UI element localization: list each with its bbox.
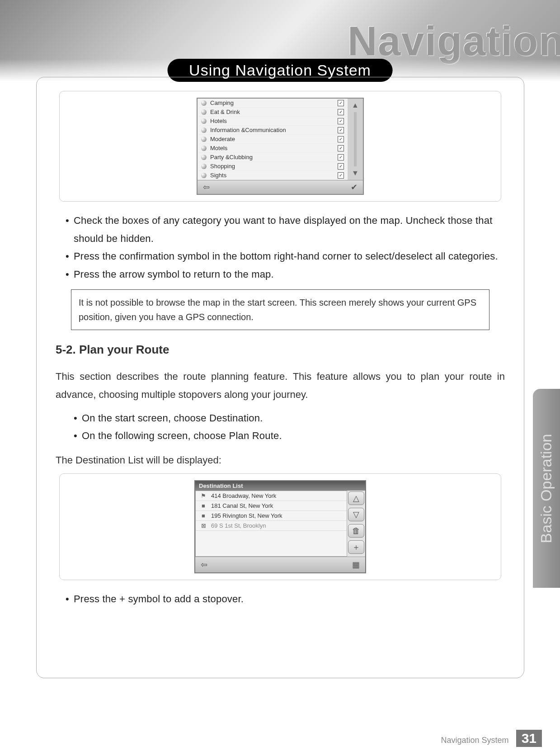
scroll-up-icon[interactable]: ▲: [349, 100, 361, 110]
category-label: Motels: [210, 145, 338, 151]
bullet-item: On the start screen, choose Destination.: [74, 409, 505, 427]
side-tab-label: Basic Operation: [538, 434, 555, 543]
page-number: 31: [516, 730, 542, 747]
category-dot-icon: [201, 118, 207, 124]
destination-flag-icon: [199, 522, 207, 529]
destination-bottom-bar: ⇦ ▦: [195, 557, 365, 572]
category-checkbox[interactable]: ✓: [338, 100, 344, 106]
category-label: Eat & Drink: [210, 109, 338, 115]
categories-bottom-bar: ⇦ ✔: [198, 180, 363, 194]
bullet-item: Press the arrow symbol to return to the …: [66, 265, 505, 284]
category-row[interactable]: Motels✓: [198, 144, 348, 153]
category-dot-icon: [201, 164, 207, 169]
scroll-down-icon[interactable]: ▼: [349, 168, 361, 178]
category-checkbox[interactable]: ✓: [338, 136, 344, 142]
destination-row[interactable]: 69 S 1st St, Brooklyn: [196, 521, 347, 531]
destination-list-title: Destination List: [195, 481, 365, 491]
sub-bullets: On the start screen, choose Destination.…: [74, 409, 505, 445]
back-arrow-icon[interactable]: ⇦: [203, 182, 210, 192]
category-dot-icon: [201, 100, 207, 106]
destination-side-buttons: △ ▽ 🗑 ＋: [347, 491, 365, 557]
destination-text: 69 S 1st St, Brooklyn: [211, 522, 266, 529]
category-dot-icon: [201, 155, 207, 160]
confirm-check-icon[interactable]: ✔: [351, 182, 358, 192]
bullet-item: Press the confirmation symbol in the bot…: [66, 247, 505, 265]
category-checkbox[interactable]: ✓: [338, 154, 344, 161]
category-checkbox[interactable]: ✓: [338, 145, 344, 151]
destination-text: 181 Canal St, New York: [211, 502, 273, 509]
category-checkbox[interactable]: ✓: [338, 109, 344, 115]
note-box: It is not possible to browse the map in …: [71, 289, 489, 330]
destination-row[interactable]: 414 Broadway, New York: [196, 491, 347, 501]
bottom-bullets: Press the + symbol to add a stopover.: [66, 590, 505, 608]
category-dot-icon: [201, 146, 207, 151]
category-row[interactable]: Information &Communication✓: [198, 126, 348, 135]
category-row[interactable]: Eat & Drink✓: [198, 108, 348, 117]
bullet-item: On the following screen, choose Plan Rou…: [74, 427, 505, 445]
category-label: Moderate: [210, 136, 338, 142]
calculate-route-icon[interactable]: ▦: [352, 560, 360, 570]
category-checkbox[interactable]: ✓: [338, 118, 344, 124]
categories-device-screen: Camping✓Eat & Drink✓Hotels✓Information &…: [197, 98, 364, 195]
category-row[interactable]: Shopping✓: [198, 162, 348, 171]
category-checkbox[interactable]: ✓: [338, 172, 344, 179]
categories-list: Camping✓Eat & Drink✓Hotels✓Information &…: [198, 99, 348, 180]
category-checkbox[interactable]: ✓: [338, 163, 344, 170]
destination-flag-icon: [199, 502, 207, 509]
category-checkbox[interactable]: ✓: [338, 127, 344, 133]
category-dot-icon: [201, 128, 207, 133]
bullet-item: Check the boxes of any category you want…: [66, 212, 505, 247]
category-row[interactable]: Party &Clubbing✓: [198, 153, 348, 162]
category-row[interactable]: Moderate✓: [198, 135, 348, 144]
footer: Navigation System 31: [441, 730, 542, 747]
add-stopover-button[interactable]: ＋: [348, 540, 364, 554]
destination-text: 414 Broadway, New York: [211, 492, 276, 499]
back-arrow-icon[interactable]: ⇦: [201, 560, 207, 570]
section-intro: This section describes the route plannin…: [56, 368, 505, 403]
category-label: Camping: [210, 99, 338, 106]
content-frame: Camping✓Eat & Drink✓Hotels✓Information &…: [36, 77, 524, 678]
destination-flag-icon: [199, 512, 207, 519]
footer-label: Navigation System: [441, 736, 509, 745]
destination-row[interactable]: 195 Rivington St, New York: [196, 511, 347, 521]
move-down-button[interactable]: ▽: [348, 508, 364, 521]
scroll-track[interactable]: [354, 112, 357, 166]
categories-screenshot-frame: Camping✓Eat & Drink✓Hotels✓Information &…: [59, 91, 501, 202]
category-label: Shopping: [210, 163, 338, 170]
side-tab: Basic Operation: [533, 389, 560, 588]
category-dot-icon: [201, 173, 207, 178]
category-row[interactable]: Hotels✓: [198, 117, 348, 126]
categories-scrollbar[interactable]: ▲ ▼: [348, 99, 363, 180]
destination-row[interactable]: 181 Canal St, New York: [196, 501, 347, 511]
top-bullets: Check the boxes of any category you want…: [66, 212, 505, 283]
destination-screenshot-frame: Destination List 414 Broadway, New York1…: [59, 473, 501, 580]
section-heading: 5-2. Plan your Route: [56, 343, 505, 357]
category-label: Information &Communication: [210, 127, 338, 133]
category-row[interactable]: Sights✓: [198, 171, 348, 180]
category-row[interactable]: Camping✓: [198, 99, 348, 108]
destination-device-screen: Destination List 414 Broadway, New York1…: [194, 480, 366, 573]
bullet-item: Press the + symbol to add a stopover.: [66, 590, 505, 608]
destination-text: 195 Rivington St, New York: [211, 512, 282, 519]
category-label: Sights: [210, 172, 338, 179]
category-label: Hotels: [210, 118, 338, 124]
delete-button[interactable]: 🗑: [348, 524, 364, 538]
move-up-button[interactable]: △: [348, 491, 364, 505]
header-bg-title: Navigation: [348, 18, 560, 65]
category-label: Party &Clubbing: [210, 154, 338, 161]
category-dot-icon: [201, 137, 207, 142]
after-sub-text: The Destination List will be displayed:: [56, 451, 505, 469]
destination-list: 414 Broadway, New York181 Canal St, New …: [195, 491, 347, 557]
category-dot-icon: [201, 109, 207, 115]
destination-flag-icon: [199, 492, 207, 499]
